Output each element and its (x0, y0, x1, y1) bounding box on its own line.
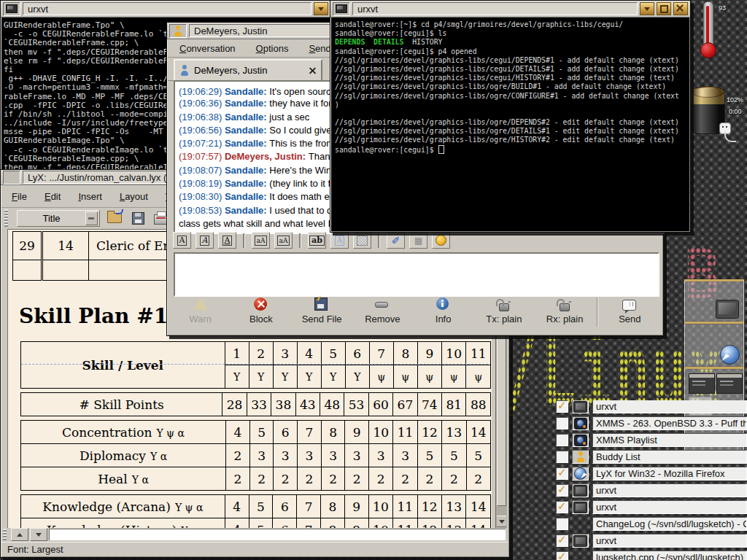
taskbar-checkbox[interactable] (556, 400, 568, 413)
rx-plain-button[interactable]: Rx: plain (535, 298, 595, 324)
close-tab-icon[interactable] (309, 66, 317, 74)
font-color-button[interactable]: A (330, 232, 349, 249)
font-face-icon: ab (309, 236, 325, 246)
message-input[interactable] (174, 252, 659, 297)
taskbar-checkbox[interactable] (556, 518, 568, 530)
italic-button[interactable]: A (196, 232, 214, 249)
skill-value-cell: 2 (249, 467, 274, 491)
menu-conversation[interactable]: Conversation (179, 43, 236, 54)
taskbar-item[interactable]: LyX for Win32 - Mozilla Firefox (556, 467, 747, 480)
font-smaller-button: aA (252, 232, 270, 249)
taskbar-checkbox[interactable] (556, 501, 568, 513)
lyx-minibuffer-bar (1, 527, 508, 542)
taskbar-item[interactable]: urxvt (556, 400, 747, 413)
window-menu-button[interactable] (333, 2, 350, 16)
iconified-terminal-window[interactable] (684, 279, 744, 322)
combo-dropdown-icon[interactable] (85, 211, 98, 225)
block-icon (254, 298, 268, 311)
menu-layout[interactable]: Layout (120, 191, 148, 202)
scroll-up-button[interactable] (11, 528, 28, 541)
message-sender: Sandalle: (225, 165, 269, 176)
skill-value-cell: 5 (417, 444, 441, 467)
taskbar-item[interactable]: lugsketch.cpp (~/svn/sdl/lugsketch) - ( (556, 551, 747, 560)
taskbar-item[interactable]: Buddy List (556, 451, 747, 463)
bold-button[interactable]: A (173, 232, 191, 249)
block-button[interactable]: Block (231, 298, 291, 324)
titlebar[interactable]: urxvt (1, 1, 330, 18)
mini-window-icon (689, 373, 715, 394)
skill-label-cell: Knowledge (Arcana)Υ ψ α (21, 495, 225, 518)
insert-link-button[interactable]: ✐ (387, 232, 405, 249)
level-cell: 4 (297, 342, 321, 365)
menu-edit[interactable]: Edit (44, 191, 61, 202)
terminal-output[interactable]: sandalle@rover:[~]$ cd p4/smgl/grimoires… (331, 18, 689, 231)
points-value-cell: 74 (417, 393, 441, 416)
lyx-table: # Skill Points2833384348536067748188 (20, 392, 491, 416)
italic-icon: A (200, 236, 210, 246)
taskbar-item-label: XMMS - 263. OpenBSD 3.3 - Puff the Ba (596, 418, 747, 429)
skill-value-cell: 10 (368, 495, 392, 518)
taskbar-checkbox[interactable] (556, 434, 568, 446)
taskbar-item[interactable]: ChangeLog (~/svn/sdl/lugsketch) - GVI (556, 518, 747, 530)
terminal-line: sandalle@rover:[~]$ cd p4/smgl/grimoires… (335, 20, 688, 29)
menu-insert[interactable]: Insert (78, 191, 102, 202)
remove-button[interactable]: Remove (352, 298, 413, 324)
toolbar-separator (243, 233, 245, 248)
taskbar-checkbox[interactable] (556, 534, 568, 547)
menu-file[interactable]: File (12, 191, 27, 202)
tx-plain-button[interactable]: Tx: plain (473, 298, 534, 324)
menu-options[interactable]: Options (256, 43, 289, 54)
send-file-button[interactable]: Send File (292, 298, 352, 324)
taskbar-item-label: urxvt (596, 535, 616, 546)
level-symbol-cell: ψ (369, 365, 393, 389)
minibuffer-input[interactable] (49, 529, 506, 540)
minimize-button[interactable] (314, 2, 328, 15)
terminal-cursor (438, 145, 444, 154)
scroll-down-button[interactable] (497, 516, 506, 527)
window-menu-button[interactable] (169, 24, 187, 38)
taskbar-checkbox[interactable] (556, 551, 568, 560)
toolbar-grip[interactable] (3, 529, 7, 540)
window-menu-button[interactable] (3, 2, 20, 16)
insert-smiley-button[interactable] (432, 232, 450, 249)
send-button[interactable]: Send (600, 298, 660, 324)
paragraph-style-select[interactable]: Title (17, 210, 100, 227)
warn-button[interactable]: Warn (170, 298, 231, 324)
level-cell: 11 (466, 342, 491, 365)
terminal-icon (573, 401, 587, 413)
minimize-button[interactable] (640, 2, 654, 15)
maximize-button[interactable] (657, 2, 671, 15)
level-symbol-cell: Υ (249, 365, 273, 389)
lyx-table: Knowledge (Arcana)Υ ψ α4567891011121314K… (20, 494, 491, 528)
underline-button[interactable]: A (218, 232, 236, 249)
window-menu-button[interactable] (3, 171, 20, 184)
taskbar-checkbox[interactable] (556, 417, 568, 429)
rx-plain-icon (557, 298, 572, 311)
conversation-tab[interactable]: DeMeyers, Justin (174, 59, 322, 80)
font-face-button[interactable]: ab (308, 232, 326, 249)
close-button[interactable] (673, 2, 688, 15)
taskbar-checkbox[interactable] (556, 484, 568, 497)
table-cell: 29 (13, 232, 42, 260)
taskbar-item[interactable]: urxvt (556, 484, 747, 497)
open-document-button[interactable] (106, 210, 123, 226)
skill-value-cell: 5 (249, 495, 273, 518)
window-list: urxvtXMMS - 263. OpenBSD 3.3 - Puff the … (556, 400, 747, 560)
iconified-browser-window[interactable] (684, 322, 744, 368)
info-button[interactable]: Info (413, 298, 473, 324)
taskbar-item-label: urxvt (596, 502, 616, 513)
toolbar-grip[interactable] (4, 209, 8, 227)
scroll-down-button[interactable] (30, 528, 47, 541)
terminal-line: //sgl/grimoires/devel/graphics-libs/ogre… (335, 136, 688, 144)
button-label: Rx: plain (546, 314, 584, 324)
titlebar[interactable]: urxvt (330, 1, 690, 18)
taskbar-checkbox[interactable] (556, 467, 568, 480)
taskbar-item[interactable]: urxvt (556, 534, 747, 547)
message-timestamp: (19:07:57) (179, 151, 225, 162)
taskbar-item[interactable]: urxvt (556, 501, 747, 513)
taskbar-checkbox[interactable] (556, 451, 568, 463)
taskbar-item[interactable]: XMMS Playlist (556, 434, 747, 446)
taskbar-item[interactable]: XMMS - 263. OpenBSD 3.3 - Puff the Ba (556, 417, 747, 429)
terminal-icon (573, 502, 587, 513)
save-document-button[interactable] (129, 210, 147, 226)
